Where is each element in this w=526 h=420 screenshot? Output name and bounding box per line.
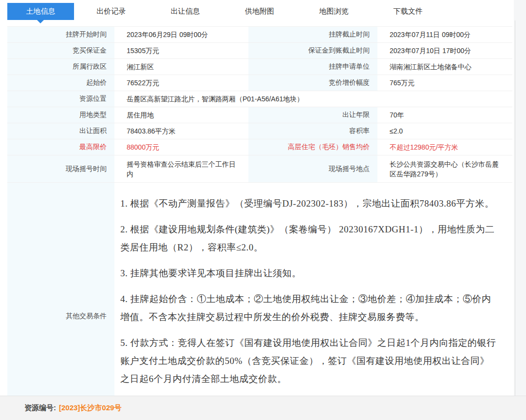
field-value: 2023年06月29日 09时00分 — [114, 27, 248, 42]
other-conditions-text: 1. 根据《不动产测量报告》（受理编号DJ-202302-183），宗地出让面积… — [114, 183, 512, 396]
field-label: 资源位置 — [7, 91, 114, 107]
field-label: 竞买保证金 — [7, 43, 114, 58]
scrollbar-track[interactable] — [515, 20, 515, 396]
field-label: 挂牌开始时间 — [7, 27, 114, 42]
table-row: 起始价 76522万元 竞价增价幅度 765万元 — [7, 75, 512, 91]
field-value: 70年 — [377, 107, 512, 123]
table-row: 挂牌开始时间 2023年06月29日 09时00分 挂牌截止时间 2023年07… — [7, 27, 512, 43]
field-value: 摇号资格审查公示结束后三个工作日内 — [114, 155, 248, 182]
table-row: 所属行政区 湘江新区 挂牌申请单位 湖南湘江新区土地储备中心 — [7, 59, 512, 75]
table-row: 竞买保证金 15305万元 保证金到账截止时间 2023年07月10日 17时0… — [7, 43, 512, 59]
field-label: 起始价 — [7, 75, 114, 91]
field-value: 2023年07月10日 17时00分 — [377, 43, 512, 58]
footer-bar: 资源编号: [2023]长沙市029号 — [0, 396, 526, 420]
tab-bar: 土地信息 出价记录 出让信息 供地附图 地图浏览 下载文件 — [0, 0, 514, 26]
tab-supply-map[interactable]: 供地附图 — [223, 3, 297, 20]
tab-transfer-info[interactable]: 出让信息 — [148, 3, 222, 20]
land-info-table: 挂牌开始时间 2023年06月29日 09时00分 挂牌截止时间 2023年07… — [7, 26, 512, 396]
field-value: 居住用地 — [114, 107, 248, 123]
field-label: 现场摇号时间 — [7, 155, 114, 182]
field-label: 现场摇号地点 — [248, 155, 377, 182]
field-value: 岳麓区高新望江路北片，智渊路两厢（P01-A56/A61地块） — [114, 91, 512, 107]
field-value: 76522万元 — [114, 75, 248, 91]
tab-land-info[interactable]: 土地信息 — [7, 3, 74, 20]
table-row: 出让面积 78403.86平方米 容积率 ≤2.0 — [7, 123, 512, 139]
field-label: 用地类型 — [7, 107, 114, 123]
table-row-price-limit: 最高限价 88000万元 高层住宅（毛坯）销售均价 不超过12980元/平方米 — [7, 139, 512, 155]
resource-number-label: 资源编号: — [24, 403, 56, 413]
content-card: 土地信息 出价记录 出让信息 供地附图 地图浏览 下载文件 挂牌开始时间 202… — [0, 0, 514, 396]
table-row-location: 资源位置 岳麓区高新望江路北片，智渊路两厢（P01-A56/A61地块） — [7, 91, 512, 107]
field-value: 15305万元 — [114, 43, 248, 58]
field-label: 保证金到账截止时间 — [248, 43, 377, 58]
condition-item: 1. 根据《不动产测量报告》（受理编号DJ-202302-183），宗地出让面积… — [120, 194, 498, 212]
resource-number-value: [2023]长沙市029号 — [59, 403, 121, 413]
field-label: 挂牌申请单位 — [248, 59, 377, 75]
tab-bid-records[interactable]: 出价记录 — [74, 3, 148, 20]
condition-item: 5. 付款方式：竞得人在签订《国有建设用地使用权出让合同》之日起1个月内向指定的… — [120, 334, 498, 388]
tab-group: 出价记录 出让信息 供地附图 地图浏览 下载文件 — [74, 3, 445, 20]
field-value: 湖南湘江新区土地储备中心 — [377, 59, 512, 75]
field-label: 容积率 — [248, 123, 377, 139]
table-row: 用地类型 居住用地 出让年限 70年 — [7, 107, 512, 123]
field-value: ≤2.0 — [377, 123, 512, 139]
condition-item: 3. 挂牌其他要求详见本项目挂牌出让须知。 — [120, 264, 498, 282]
active-tab-pointer-icon — [37, 20, 44, 23]
field-value: 湘江新区 — [114, 59, 248, 75]
page: 土地信息 出价记录 出让信息 供地附图 地图浏览 下载文件 挂牌开始时间 202… — [0, 0, 526, 420]
condition-item: 4. 挂牌起始价含：①土地成本；②土地使用权纯出让金；③地价差；④加挂成本；⑤价… — [120, 290, 498, 326]
field-value: 不超过12980元/平方米 — [377, 139, 512, 155]
field-value: 88000万元 — [114, 139, 248, 155]
field-label: 所属行政区 — [7, 59, 114, 75]
field-label: 其他交易条件 — [7, 183, 114, 396]
table-row-other-conditions: 其他交易条件 1. 根据《不动产测量报告》（受理编号DJ-202302-183）… — [7, 183, 512, 396]
field-value: 2023年07月11日 09时00分 — [377, 27, 512, 42]
field-label: 最高限价 — [7, 139, 114, 155]
tab-map-browse[interactable]: 地图浏览 — [297, 3, 371, 20]
field-label: 挂牌截止时间 — [248, 27, 377, 42]
field-value: 长沙公共资源交易中心（长沙市岳麓区岳华路279号） — [377, 155, 512, 182]
field-label: 出让年限 — [248, 107, 377, 123]
field-value: 78403.86平方米 — [114, 123, 248, 139]
field-value: 765万元 — [377, 75, 512, 91]
table-row-lottery: 现场摇号时间 摇号资格审查公示结束后三个工作日内 现场摇号地点 长沙公共资源交易… — [7, 155, 512, 183]
condition-item: 2. 根据《建设用地规划条件(建筑类)》（案卷编号） 20230167XDGH1… — [120, 220, 498, 256]
field-label: 竞价增价幅度 — [248, 75, 377, 91]
field-label: 出让面积 — [7, 123, 114, 139]
field-label: 高层住宅（毛坯）销售均价 — [248, 139, 377, 155]
tab-download-files[interactable]: 下载文件 — [371, 3, 445, 20]
